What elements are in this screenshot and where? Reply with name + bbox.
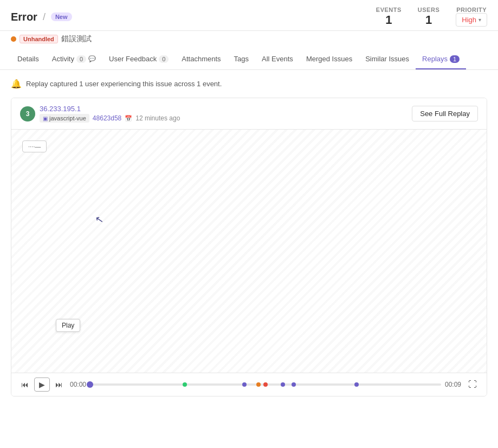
tab-activity[interactable]: Activity 0 💬 — [46, 49, 102, 69]
tab-replays[interactable]: Replays 1 — [416, 49, 466, 69]
tab-merged-issues-label: Merged Issues — [306, 55, 352, 63]
timeline-dot-5 — [281, 382, 285, 387]
commit-link[interactable]: 48623d58 — [93, 114, 121, 122]
skip-forward-button[interactable]: ⏭ — [52, 378, 66, 391]
tab-details[interactable]: Details — [11, 49, 46, 69]
timeline-dot-2 — [242, 382, 247, 387]
tab-tags-label: Tags — [234, 55, 249, 63]
end-time: 00:09 — [443, 381, 463, 388]
platform-name: javascript-vue — [49, 115, 86, 121]
replay-viewport: ····— ↖ Play — [11, 129, 487, 373]
cursor-icon: ↖ — [94, 213, 105, 226]
replay-meta: ▣ javascript-vue 48623d58 📅 12 minutes a… — [40, 114, 180, 123]
timeline-dot-6 — [292, 382, 296, 387]
tab-activity-count: 0 — [76, 55, 86, 63]
tab-attachments[interactable]: Attachments — [175, 49, 227, 69]
tab-attachments-label: Attachments — [182, 55, 221, 63]
avatar-text: 3 — [26, 110, 30, 118]
timeline-dot-4 — [263, 382, 268, 387]
browser-bar: ····— — [22, 140, 47, 152]
skip-back-button[interactable]: ⏮ — [18, 378, 32, 391]
tab-replays-label: Replays — [422, 55, 448, 63]
replay-notice-text: Replay captured 1 user experiencing this… — [26, 80, 222, 88]
tab-user-feedback-count: 0 — [159, 55, 169, 63]
tab-activity-label: Activity — [52, 55, 74, 63]
timeline-track[interactable] — [90, 383, 441, 386]
replay-card: 3 36.233.195.1 ▣ javascript-vue 48623d58… — [11, 98, 487, 396]
events-value: 1 — [385, 13, 392, 27]
tab-replays-count: 1 — [450, 55, 460, 63]
timeline-dot-1 — [183, 382, 187, 387]
issue-title: 錯誤測試 — [61, 34, 92, 44]
title-row: Error / New — [11, 11, 72, 23]
replay-controls: ⏮ ▶ ⏭ 00:00 — [11, 373, 487, 396]
priority-value: High — [462, 16, 476, 24]
tabs-row: Details Activity 0 💬 User Feedback 0 Att… — [0, 49, 498, 70]
platform-badge: ▣ javascript-vue — [40, 114, 89, 123]
vue-icon: ▣ — [43, 116, 48, 121]
status-dot — [11, 36, 16, 42]
tab-similar-issues-label: Similar Issues — [365, 55, 409, 63]
chat-icon: 💬 — [88, 55, 96, 62]
priority-button[interactable]: High ▾ — [456, 13, 487, 27]
subtitle-row: Unhandled 錯誤測試 — [0, 31, 498, 49]
status-badge: New — [51, 12, 72, 21]
play-button[interactable]: ▶ — [34, 377, 50, 392]
tab-tags[interactable]: Tags — [228, 49, 255, 69]
user-ip-link[interactable]: 36.233.195.1 — [40, 105, 180, 113]
replay-time: 12 minutes ago — [135, 114, 180, 122]
tab-merged-issues[interactable]: Merged Issues — [300, 49, 359, 69]
timeline-thumb[interactable] — [87, 381, 93, 388]
play-tooltip: Play — [56, 319, 80, 332]
tab-similar-issues[interactable]: Similar Issues — [359, 49, 416, 69]
users-label: USERS — [418, 7, 439, 13]
play-icon: ▶ — [39, 380, 45, 389]
tab-details-label: Details — [17, 55, 39, 63]
content-area: 🔔 Replay captured 1 user experiencing th… — [0, 70, 498, 405]
skip-back-icon: ⏮ — [21, 380, 29, 389]
browser-bar-text: ····— — [28, 143, 41, 150]
priority-stat: PRIORITY High ▾ — [456, 7, 487, 27]
users-value: 1 — [425, 13, 432, 27]
stats-row: EVENTS 1 USERS 1 PRIORITY High ▾ — [376, 7, 487, 27]
page-title: Error — [11, 11, 37, 23]
replay-card-header: 3 36.233.195.1 ▣ javascript-vue 48623d58… — [11, 98, 487, 129]
fullscreen-button[interactable]: ⛶ — [465, 377, 480, 392]
tab-all-events-label: All Events — [262, 55, 293, 63]
tab-all-events[interactable]: All Events — [255, 49, 300, 69]
see-full-replay-button[interactable]: See Full Replay — [412, 106, 478, 121]
chevron-down-icon: ▾ — [478, 17, 481, 23]
events-label: EVENTS — [376, 7, 402, 13]
timeline-dot-3 — [256, 382, 261, 387]
timeline-wrapper[interactable] — [90, 379, 441, 390]
header-bar: Error / New EVENTS 1 USERS 1 PRIORITY Hi… — [0, 0, 498, 31]
replay-user-info: 3 36.233.195.1 ▣ javascript-vue 48623d58… — [20, 105, 180, 123]
priority-label: PRIORITY — [456, 7, 487, 13]
avatar: 3 — [20, 106, 35, 121]
title-slash: / — [43, 11, 46, 23]
replay-notice: 🔔 Replay captured 1 user experiencing th… — [11, 79, 487, 89]
current-time: 00:00 — [68, 381, 88, 388]
skip-forward-icon: ⏭ — [55, 380, 63, 389]
events-stat: EVENTS 1 — [376, 7, 402, 27]
users-stat: USERS 1 — [418, 7, 439, 27]
timeline-dot-7 — [354, 382, 359, 387]
person-icon: 🔔 — [11, 79, 22, 89]
tab-user-feedback[interactable]: User Feedback 0 — [102, 49, 175, 69]
unhandled-badge: Unhandled — [20, 35, 58, 43]
tab-user-feedback-label: User Feedback — [109, 55, 157, 63]
fullscreen-icon: ⛶ — [468, 380, 477, 389]
calendar-icon: 📅 — [125, 115, 132, 122]
